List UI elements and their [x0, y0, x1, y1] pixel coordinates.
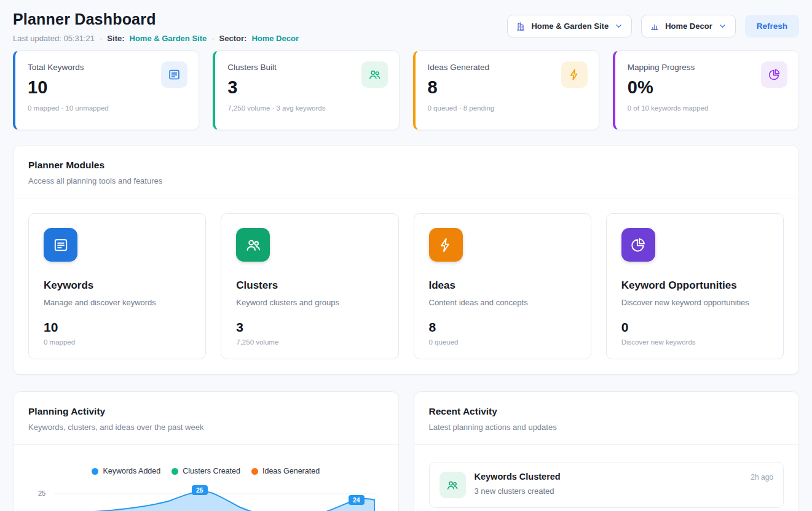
panel-subtitle: Keywords, clusters, and ideas over the p…: [28, 423, 384, 432]
panel-title: Recent Activity: [429, 406, 784, 417]
module-value: 10: [44, 320, 191, 335]
module-title: Clusters: [236, 279, 383, 292]
list-icon: [161, 61, 187, 88]
panel-subtitle: Latest planning actions and updates: [429, 423, 784, 432]
module-detail: 7,250 volume: [236, 338, 383, 346]
activity-item-description: 3 new clusters created: [475, 486, 774, 496]
module-value: 0: [621, 320, 768, 335]
modules-grid: Keywords Manage and discover keywords 10…: [14, 198, 798, 374]
users-icon: [440, 472, 466, 498]
point-label-badge: 25: [192, 485, 208, 495]
pie-chart-icon: [621, 228, 655, 262]
refresh-button[interactable]: Refresh: [745, 15, 799, 37]
module-title: Ideas: [429, 279, 576, 292]
legend-label: Ideas Generated: [262, 467, 320, 475]
legend-dot: [92, 468, 98, 475]
module-value: 8: [429, 320, 576, 335]
bottom-row: Planning Activity Keywords, clusters, an…: [13, 391, 799, 511]
module-description: Manage and discover keywords: [44, 298, 191, 307]
header-controls: Home & Garden Site Home Decor Refresh: [507, 15, 799, 37]
legend-item-clusters-created: Clusters Created: [171, 467, 240, 475]
planning-activity-body: Keywords Added Clusters Created Ideas Ge…: [14, 445, 398, 511]
sector-selector-value: Home Decor: [665, 21, 712, 31]
activity-item-title: Keywords Clustered: [475, 472, 561, 482]
planner-dashboard-page: Planner Dashboard Last updated: 05:31:21…: [0, 0, 812, 511]
legend-dot: [251, 468, 258, 475]
legend-dot: [171, 468, 178, 475]
legend-item-ideas-generated: Ideas Generated: [251, 467, 320, 475]
chevron-down-icon: [718, 21, 727, 31]
meta-separator: ·: [211, 34, 214, 43]
stat-detail: 0 mapped · 10 unmapped: [28, 104, 186, 112]
bolt-icon: [429, 228, 463, 262]
planning-activity-panel: Planning Activity Keywords, clusters, an…: [13, 391, 399, 511]
point-label-badge: 24: [349, 495, 365, 505]
site-link[interactable]: Home & Garden Site: [130, 34, 207, 43]
module-description: Keyword clusters and groups: [236, 298, 383, 307]
stats-row: Total Keywords 10 0 mapped · 10 unmapped…: [13, 50, 799, 130]
last-updated-text: Last updated: 05:31:21: [13, 34, 95, 43]
legend-item-keywords-added: Keywords Added: [92, 467, 160, 475]
planner-modules-panel: Planner Modules Access all planning tool…: [13, 145, 799, 375]
module-description: Discover new keyword opportunities: [621, 298, 768, 307]
recent-activity-header: Recent Activity Latest planning actions …: [414, 392, 799, 445]
header: Planner Dashboard Last updated: 05:31:21…: [13, 10, 799, 43]
module-card-ideas[interactable]: Ideas Content ideas and concepts 8 0 que…: [414, 213, 591, 359]
building-icon: [516, 21, 526, 31]
module-title: Keyword Opportunities: [621, 279, 768, 292]
users-icon: [361, 61, 388, 88]
sector-label: Sector:: [219, 34, 247, 43]
area-chart-series: [54, 484, 375, 511]
chart-legend: Keywords Added Clusters Created Ideas Ge…: [28, 467, 384, 475]
panel-title: Planning Activity: [28, 406, 384, 417]
module-card-keyword-opportunities[interactable]: Keyword Opportunities Discover new keywo…: [606, 213, 784, 359]
panel-subtitle: Access all planning tools and features: [28, 176, 784, 185]
module-description: Content ideas and concepts: [429, 298, 576, 307]
site-selector-dropdown[interactable]: Home & Garden Site: [507, 15, 632, 37]
legend-label: Clusters Created: [183, 467, 240, 475]
stat-card-ideas-generated: Ideas Generated 8 0 queued · 8 pending: [413, 50, 599, 130]
stat-card-mapping-progress: Mapping Progress 0% 0 of 10 keywords map…: [613, 50, 799, 130]
module-title: Keywords: [44, 279, 191, 292]
bar-chart-icon: [650, 21, 660, 31]
module-detail: Discover new keywords: [621, 338, 768, 346]
legend-label: Keywords Added: [103, 467, 160, 475]
module-card-clusters[interactable]: Clusters Keyword clusters and groups 3 7…: [221, 213, 398, 359]
sector-selector-dropdown[interactable]: Home Decor: [641, 15, 736, 37]
page-title: Planner Dashboard: [13, 10, 299, 28]
activity-item-time: 2h ago: [751, 473, 773, 482]
meta-row: Last updated: 05:31:21 · Site: Home & Ga…: [13, 34, 299, 43]
stat-card-clusters-built: Clusters Built 3 7,250 volume · 3 avg ke…: [213, 50, 399, 130]
planner-modules-header: Planner Modules Access all planning tool…: [14, 146, 798, 198]
stat-card-total-keywords: Total Keywords 10 0 mapped · 10 unmapped: [13, 50, 199, 130]
pie-chart-icon: [761, 61, 787, 88]
planning-activity-chart: 25 25 24: [38, 484, 377, 511]
chevron-down-icon: [614, 21, 623, 31]
sector-link[interactable]: Home Decor: [251, 34, 299, 43]
stat-detail: 0 queued · 8 pending: [428, 104, 586, 112]
module-value: 3: [236, 320, 383, 335]
header-left: Planner Dashboard Last updated: 05:31:21…: [13, 10, 299, 43]
module-card-keywords[interactable]: Keywords Manage and discover keywords 10…: [28, 213, 206, 359]
meta-separator: ·: [100, 34, 102, 43]
recent-activity-panel: Recent Activity Latest planning actions …: [414, 391, 800, 511]
y-axis-tick: 25: [38, 490, 45, 497]
activity-item-content: Keywords Clustered 2h ago 3 new clusters…: [475, 472, 774, 498]
activity-item-keywords-clustered[interactable]: Keywords Clustered 2h ago 3 new clusters…: [429, 462, 784, 508]
bolt-icon: [561, 61, 588, 88]
stat-detail: 7,250 volume · 3 avg keywords: [227, 104, 386, 112]
site-label: Site:: [107, 34, 124, 43]
planning-activity-header: Planning Activity Keywords, clusters, an…: [14, 392, 398, 445]
panel-title: Planner Modules: [28, 160, 784, 171]
module-detail: 0 mapped: [44, 338, 191, 346]
users-icon: [236, 228, 270, 262]
recent-activity-body: Keywords Clustered 2h ago 3 new clusters…: [414, 445, 799, 508]
list-icon: [44, 228, 77, 262]
stat-detail: 0 of 10 keywords mapped: [628, 104, 786, 112]
site-selector-value: Home & Garden Site: [531, 21, 609, 31]
module-detail: 0 queued: [429, 338, 576, 346]
